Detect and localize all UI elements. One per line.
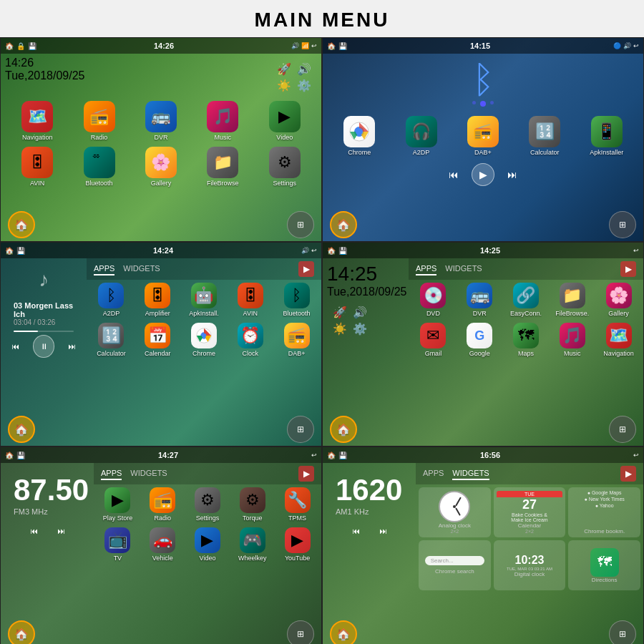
apps-button-6[interactable]: ⊞ — [609, 620, 636, 644]
brightness-icon-4[interactable]: ☀️ — [333, 322, 347, 336]
app-clock[interactable]: ⏰ Clock — [229, 323, 272, 357]
brightness-icon[interactable]: ☀️ — [277, 79, 291, 92]
home-button-4[interactable]: 🏠 — [330, 416, 357, 443]
app-avin-3[interactable]: 🎛 AVIN — [229, 283, 272, 317]
app-calendar[interactable]: 📅 Calendar — [136, 323, 179, 357]
prev-btn-6[interactable]: ⏮ — [346, 522, 365, 540]
home-button-3[interactable]: 🏠 — [8, 416, 35, 443]
app-torque[interactable]: ⚙ Torque — [231, 487, 274, 522]
app-dab-3[interactable]: 📻 DAB+ — [275, 323, 318, 357]
app-gmail[interactable]: ✉ Gmail — [411, 323, 454, 357]
tab-widgets-5[interactable]: WIDGETS — [130, 467, 167, 480]
next-btn-3[interactable]: ⏭ — [63, 337, 81, 356]
app-maps[interactable]: 🗺 Maps — [504, 323, 547, 357]
app-radio-5[interactable]: 📻 Radio — [141, 487, 184, 522]
next-btn-6[interactable]: ⏭ — [374, 522, 392, 540]
app-calculator-3[interactable]: 🔢 Calculator — [89, 323, 132, 357]
nav-back-2[interactable]: ↩ — [633, 42, 639, 49]
volume-icon[interactable]: 🔊 — [297, 62, 311, 76]
prev-btn-5[interactable]: ⏮ — [24, 522, 43, 540]
tab-apps-6[interactable]: APPS — [423, 467, 444, 480]
volume-icon-4[interactable]: 🔊 — [353, 306, 367, 319]
prev-btn-2[interactable]: ⏮ — [444, 165, 463, 184]
home-button-2[interactable]: 🏠 — [330, 211, 357, 238]
app-playstore[interactable]: ▶ Play Store — [96, 487, 139, 522]
app-apk-3[interactable]: 🤖 ApkInstall. — [182, 283, 225, 317]
app-vehicle[interactable]: 🚗 Vehicle — [141, 527, 184, 562]
apps-button-4[interactable]: ⊞ — [609, 416, 636, 443]
tab-widgets-6[interactable]: WIDGETS — [452, 467, 489, 480]
play-store-btn-3[interactable]: ▶ — [298, 261, 314, 277]
tab-apps-5[interactable]: APPS — [101, 467, 122, 480]
apps-button-5[interactable]: ⊞ — [287, 620, 314, 644]
app-chrome-3[interactable]: Chrome — [182, 323, 225, 357]
app-bluetooth-1[interactable]: ᪲ Bluetooth — [78, 147, 121, 187]
play-store-btn-4[interactable]: ▶ — [620, 261, 636, 277]
tab-apps-4[interactable]: APPS — [416, 263, 436, 275]
widget-directions[interactable]: 🗺 Directions — [568, 540, 640, 590]
app-a2dp[interactable]: 🎧 A2DP — [400, 116, 443, 156]
nav-back-6[interactable]: ↩ — [633, 452, 639, 459]
play-store-btn-6[interactable]: ▶ — [620, 466, 636, 482]
app-settings[interactable]: ⚙ Settings — [263, 147, 306, 187]
home-icon-3[interactable]: 🏠 — [5, 247, 14, 255]
widget-digital-clock[interactable]: 10:23 TUE, MAR 03 03:21 AM Digital clock — [494, 540, 566, 590]
next-btn-5[interactable]: ⏭ — [52, 522, 70, 540]
prev-btn-3[interactable]: ⏮ — [6, 337, 24, 356]
home-icon-4[interactable]: 🏠 — [327, 247, 336, 255]
play-btn-3[interactable]: ⏸ — [33, 335, 55, 358]
app-filebrowse-4[interactable]: 📁 FileBrowse. — [551, 283, 594, 317]
home-icon-2[interactable]: 🏠 — [327, 42, 336, 50]
next-btn-2[interactable]: ⏭ — [503, 165, 522, 184]
widget-chrome-search[interactable]: Search... Chrome search — [419, 540, 491, 590]
app-easyconn[interactable]: 🔗 EasyConn. — [504, 283, 547, 317]
home-icon-1[interactable]: 🏠 — [5, 42, 14, 50]
app-tv[interactable]: 📺 TV — [96, 527, 139, 562]
home-button-5[interactable]: 🏠 — [8, 620, 35, 644]
eq-icon-4[interactable]: ⚙️ — [353, 322, 367, 336]
app-gallery[interactable]: 🌸 Gallery — [140, 147, 182, 187]
app-google[interactable]: G Google — [458, 323, 501, 357]
app-dabplus[interactable]: 📻 DAB+ — [462, 116, 504, 156]
app-filebrowse[interactable]: 📁 FileBrowse — [201, 147, 244, 187]
app-chrome-2[interactable]: Chrome — [338, 116, 381, 156]
nav-back-5[interactable]: ↩ — [311, 452, 317, 459]
app-apkinstaller-2[interactable]: 📱 ApkInstaller — [585, 116, 628, 156]
equalizer-icon[interactable]: ⚙️ — [297, 79, 311, 92]
app-amplifier[interactable]: 🎛 Amplifier — [136, 283, 179, 317]
app-settings-5[interactable]: ⚙ Settings — [186, 487, 229, 522]
app-gallery-4[interactable]: 🌸 Gallery — [597, 283, 640, 317]
nav-back-3[interactable]: ↩ — [311, 247, 317, 254]
app-video-5[interactable]: ▶ Video — [186, 527, 229, 562]
tab-widgets-4[interactable]: WIDGETS — [445, 263, 482, 275]
play-store-btn-5[interactable]: ▶ — [298, 466, 314, 482]
apps-button-3[interactable]: ⊞ — [287, 416, 314, 443]
app-a2dp-3[interactable]: ᛒ A2DP — [89, 283, 132, 317]
app-radio[interactable]: 📻 Radio — [78, 101, 121, 141]
app-dvr[interactable]: 🚌 DVR — [140, 101, 182, 141]
app-youtube[interactable]: ▶ YouTube — [276, 527, 319, 562]
search-bar[interactable]: Search... — [425, 556, 484, 565]
tab-apps-3[interactable]: APPS — [94, 263, 114, 275]
widget-calendar[interactable]: TUE 27 Bake Cookies &Make Ice Cream Cale… — [494, 487, 566, 537]
home-button-6[interactable]: 🏠 — [330, 620, 357, 644]
app-navigation[interactable]: 🗺️ Navigation — [16, 101, 59, 141]
app-bluetooth-3[interactable]: ᛒ Bluetooth — [275, 283, 318, 317]
nav-back-1[interactable]: ↩ — [311, 42, 317, 49]
app-tpms[interactable]: 🔧 TPMS — [276, 487, 319, 522]
play-btn-2[interactable]: ▶ — [472, 163, 494, 186]
apps-button-2[interactable]: ⊞ — [609, 211, 636, 238]
home-button-1[interactable]: 🏠 — [8, 211, 35, 238]
app-music-4[interactable]: 🎵 Music — [551, 323, 594, 357]
app-wheelkey[interactable]: 🎮 Wheelkey — [231, 527, 274, 562]
app-avin[interactable]: 🎛 AVIN — [16, 147, 59, 187]
app-music[interactable]: 🎵 Music — [201, 101, 244, 141]
app-navigation-4[interactable]: 🗺️ Navigation — [597, 323, 640, 357]
app-video[interactable]: ▶ Video — [263, 101, 306, 141]
app-dvr-4[interactable]: 🚌 DVR — [458, 283, 501, 317]
widget-chrome-bookmarks[interactable]: ● Google Maps ● New York Times ● Yahoo C… — [568, 487, 640, 537]
nav-back-4[interactable]: ↩ — [633, 247, 639, 254]
home-icon-5[interactable]: 🏠 — [5, 452, 14, 459]
app-calculator-2[interactable]: 🔢 Calculator — [523, 116, 566, 156]
apps-button-1[interactable]: ⊞ — [287, 211, 314, 238]
